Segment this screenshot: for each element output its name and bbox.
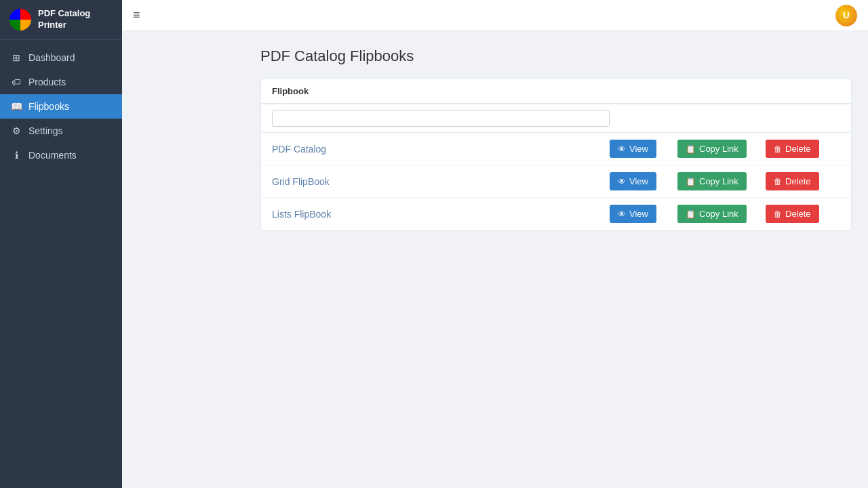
- copy-cell: 📋 Copy Link: [677, 205, 766, 223]
- trash-icon: 🗑: [774, 144, 782, 154]
- copy-link-button[interactable]: 📋 Copy Link: [677, 140, 747, 158]
- view-cell: 👁 View: [610, 205, 677, 223]
- table-row: Lists FlipBook 👁 View 📋 Copy Link 🗑 Dele…: [261, 198, 851, 230]
- sidebar-item-label: Settings: [28, 125, 63, 136]
- sidebar-item-label: Flipbooks: [28, 101, 69, 112]
- app-title: PDF Catalog Printer: [38, 8, 113, 31]
- sidebar-item-products[interactable]: 🏷 Products: [0, 70, 122, 94]
- delete-cell: 🗑 Delete: [766, 172, 840, 190]
- search-row: [261, 104, 851, 133]
- gear-icon: ⚙: [11, 125, 22, 136]
- table-row: PDF Catalog 👁 View 📋 Copy Link 🗑 Delete: [261, 133, 851, 165]
- user-avatar[interactable]: U: [835, 5, 857, 26]
- flipbook-name: Grid FlipBook: [272, 176, 610, 187]
- trash-icon: 🗑: [774, 209, 782, 219]
- delete-button[interactable]: 🗑 Delete: [766, 140, 819, 158]
- col-copy: [677, 86, 766, 96]
- sidebar-item-settings[interactable]: ⚙ Settings: [0, 119, 122, 143]
- main-content: PDF Catalog Flipbooks Flipbook PDF Catal…: [244, 31, 868, 488]
- sidebar-item-flipbooks[interactable]: 📖 Flipbooks: [0, 94, 122, 119]
- topbar: ≡ U: [122, 0, 868, 31]
- flipbooks-table: Flipbook PDF Catalog 👁 View 📋 Copy Link: [260, 79, 852, 230]
- eye-icon: 👁: [618, 144, 626, 154]
- copy-icon: 📋: [686, 209, 696, 219]
- view-button[interactable]: 👁 View: [610, 140, 656, 158]
- flipbook-name: PDF Catalog: [272, 144, 610, 155]
- table-header-row: Flipbook: [261, 79, 851, 104]
- sidebar: PDF Catalog Printer ⊞ Dashboard 🏷 Produc…: [0, 0, 122, 488]
- sidebar-item-dashboard[interactable]: ⊞ Dashboard: [0, 45, 122, 70]
- search-input[interactable]: [272, 110, 610, 127]
- eye-icon: 👁: [618, 177, 626, 186]
- sidebar-item-documents[interactable]: ℹ Documents: [0, 143, 122, 167]
- view-cell: 👁 View: [610, 140, 677, 158]
- sidebar-item-label: Dashboard: [28, 52, 75, 63]
- view-button[interactable]: 👁 View: [610, 205, 656, 223]
- col-delete: [766, 86, 840, 96]
- copy-icon: 📋: [686, 144, 696, 154]
- sidebar-item-label: Documents: [28, 150, 77, 161]
- view-cell: 👁 View: [610, 172, 677, 190]
- col-view: [610, 86, 677, 96]
- table-row: Grid FlipBook 👁 View 📋 Copy Link 🗑 Delet…: [261, 165, 851, 198]
- copy-cell: 📋 Copy Link: [677, 140, 766, 158]
- hamburger-icon[interactable]: ≡: [133, 8, 140, 22]
- dashboard-icon: ⊞: [11, 52, 22, 63]
- flipbook-name: Lists FlipBook: [272, 209, 610, 220]
- delete-cell: 🗑 Delete: [766, 140, 840, 158]
- page-title: PDF Catalog Flipbooks: [260, 47, 852, 65]
- sidebar-header: PDF Catalog Printer: [0, 0, 122, 40]
- copy-icon: 📋: [686, 177, 696, 186]
- tag-icon: 🏷: [11, 77, 22, 87]
- app-logo: [9, 9, 31, 30]
- sidebar-item-label: Products: [28, 77, 66, 87]
- view-button[interactable]: 👁 View: [610, 172, 656, 190]
- copy-cell: 📋 Copy Link: [677, 172, 766, 190]
- sidebar-nav: ⊞ Dashboard 🏷 Products 📖 Flipbooks ⚙ Set…: [0, 40, 122, 167]
- copy-link-button[interactable]: 📋 Copy Link: [677, 172, 747, 190]
- delete-button[interactable]: 🗑 Delete: [766, 172, 819, 190]
- copy-link-button[interactable]: 📋 Copy Link: [677, 205, 747, 223]
- info-icon: ℹ: [11, 150, 22, 161]
- col-flipbook: Flipbook: [272, 86, 610, 96]
- trash-icon: 🗑: [774, 177, 782, 186]
- delete-button[interactable]: 🗑 Delete: [766, 205, 819, 223]
- delete-cell: 🗑 Delete: [766, 205, 840, 223]
- book-icon: 📖: [11, 101, 22, 112]
- eye-icon: 👁: [618, 209, 626, 219]
